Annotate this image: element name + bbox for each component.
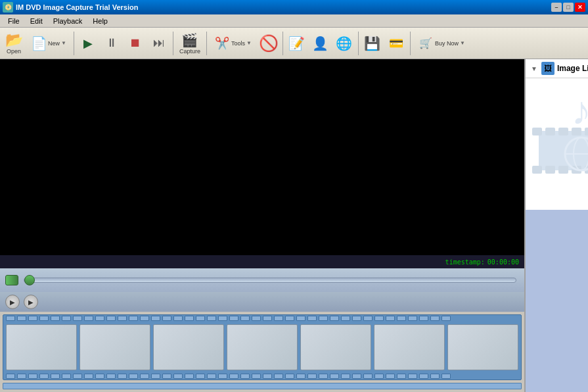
sprocket bbox=[84, 316, 93, 321]
new-button[interactable]: 📄 New ▼ bbox=[26, 30, 71, 57]
menu-playback[interactable]: Playback bbox=[48, 16, 88, 26]
frame-thumb[interactable] bbox=[6, 324, 77, 370]
edit-button[interactable]: 📝 bbox=[286, 30, 308, 57]
sep2 bbox=[173, 32, 173, 55]
forward-button[interactable]: ▶ bbox=[24, 295, 38, 309]
sep4 bbox=[283, 32, 283, 55]
sprocket bbox=[218, 316, 227, 321]
next-button[interactable]: ⏭ bbox=[148, 30, 170, 57]
playback-controls bbox=[0, 268, 524, 292]
sprocket bbox=[95, 374, 104, 379]
save-button[interactable]: 💾 bbox=[361, 30, 384, 57]
sprocket bbox=[386, 374, 395, 379]
sprocket bbox=[17, 316, 26, 321]
sprocket bbox=[296, 374, 305, 379]
frame-thumb[interactable] bbox=[300, 324, 371, 370]
svg-rect-1 bbox=[532, 128, 542, 135]
video-screen bbox=[0, 59, 524, 255]
sprocket bbox=[307, 316, 317, 321]
stop-button[interactable]: ⏹ bbox=[124, 30, 147, 57]
sprocket bbox=[285, 374, 294, 379]
close-button[interactable]: ✕ bbox=[575, 3, 585, 12]
maximize-button[interactable]: □ bbox=[563, 3, 574, 12]
menu-file[interactable]: File bbox=[3, 16, 25, 26]
sprocket bbox=[118, 374, 127, 379]
buy-now-button[interactable]: 🛒 Buy Now ▼ bbox=[413, 30, 470, 57]
sprocket bbox=[374, 374, 384, 379]
sprocket bbox=[162, 374, 171, 379]
sprocket bbox=[330, 374, 339, 379]
frame-thumb[interactable] bbox=[447, 324, 518, 370]
user-button[interactable]: 👤 bbox=[309, 30, 332, 57]
timestamp-label: timestamp: bbox=[445, 258, 485, 266]
cancel-icon: 🚫 bbox=[261, 36, 277, 51]
sprocket bbox=[196, 374, 205, 379]
menu-help[interactable]: Help bbox=[87, 16, 113, 26]
library-title: Image Library bbox=[557, 64, 588, 73]
new-label: New bbox=[48, 40, 60, 47]
sprocket bbox=[240, 316, 250, 321]
globe-button[interactable]: 🌐 bbox=[333, 30, 355, 57]
video-panel: timestamp: 00:00:00 ▶ ▶ bbox=[0, 59, 524, 312]
play-button[interactable]: ▶ bbox=[77, 30, 99, 57]
card-button[interactable]: 💳 bbox=[385, 30, 407, 57]
menu-edit[interactable]: Edit bbox=[25, 16, 48, 26]
new-icon: 📄 bbox=[31, 36, 47, 51]
sprocket bbox=[296, 316, 305, 321]
sprocket bbox=[307, 374, 317, 379]
open-button[interactable]: 📂 Open bbox=[3, 30, 25, 57]
sprocket bbox=[84, 374, 93, 379]
sprocket bbox=[218, 374, 227, 379]
seek-slider[interactable] bbox=[24, 278, 516, 283]
transport-bar: ▶ ▶ bbox=[0, 292, 524, 312]
sprocket bbox=[319, 374, 328, 379]
sprocket bbox=[285, 316, 294, 321]
sep1 bbox=[74, 32, 74, 55]
sep6 bbox=[410, 32, 411, 55]
timestamp-value: 00:00:00 bbox=[487, 258, 519, 266]
filmstrip-container bbox=[3, 314, 522, 380]
sprocket bbox=[39, 374, 49, 379]
sep3 bbox=[206, 32, 207, 55]
tools-icon: ✂️ bbox=[214, 36, 230, 51]
sprocket bbox=[330, 316, 339, 321]
tools-label: Tools bbox=[231, 40, 245, 47]
sprocket bbox=[397, 374, 406, 379]
stop-icon: ⏹ bbox=[127, 36, 143, 51]
rewind-button[interactable]: ▶ bbox=[5, 295, 20, 309]
pause-button[interactable]: ⏸ bbox=[101, 30, 123, 57]
sprocket bbox=[151, 316, 160, 321]
frame-thumb[interactable] bbox=[153, 324, 224, 370]
frame-thumb[interactable] bbox=[79, 324, 150, 370]
sprocket bbox=[252, 374, 261, 379]
svg-rect-10 bbox=[558, 166, 568, 174]
tools-dropdown-arrow: ▼ bbox=[246, 40, 252, 46]
buy-label: Buy Now bbox=[435, 40, 459, 47]
cancel-button[interactable]: 🚫 bbox=[258, 30, 280, 57]
sprocket bbox=[51, 374, 60, 379]
card-icon: 💳 bbox=[388, 36, 404, 51]
sprocket bbox=[173, 316, 183, 321]
capture-label: Capture bbox=[179, 48, 200, 55]
library-blue-panel bbox=[526, 210, 588, 392]
svg-rect-8 bbox=[532, 166, 542, 174]
sprocket bbox=[408, 316, 417, 321]
tools-button[interactable]: ✂️ Tools ▼ bbox=[210, 30, 256, 57]
sprocket bbox=[118, 316, 127, 321]
seek-handle[interactable] bbox=[24, 275, 35, 285]
open-label: Open bbox=[7, 48, 21, 55]
capture-button[interactable]: 🎬 Capture bbox=[176, 30, 204, 57]
main-content: timestamp: 00:00:00 ▶ ▶ bbox=[0, 59, 588, 392]
globe-icon: 🌐 bbox=[336, 36, 352, 51]
sprocket bbox=[95, 316, 104, 321]
sprocket bbox=[6, 374, 15, 379]
sprocket bbox=[274, 316, 283, 321]
frame-thumb[interactable] bbox=[374, 324, 445, 370]
capture-icon: 🎬 bbox=[182, 32, 198, 48]
sprocket bbox=[129, 374, 138, 379]
filmstrip-area bbox=[0, 312, 524, 392]
menu-bar: File Edit Playback Help bbox=[0, 14, 588, 28]
minimize-button[interactable]: – bbox=[551, 3, 562, 12]
frame-thumb[interactable] bbox=[227, 324, 298, 370]
svg-rect-2 bbox=[545, 128, 555, 135]
